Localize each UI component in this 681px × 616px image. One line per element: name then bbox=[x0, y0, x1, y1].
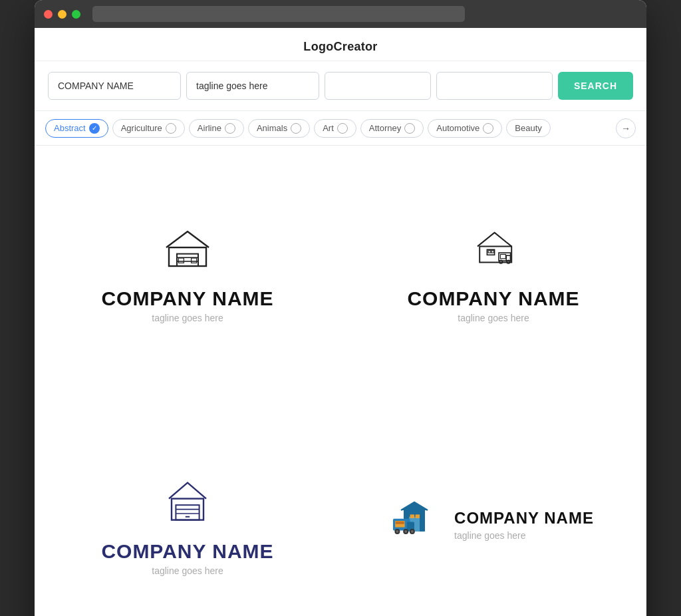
address-bar[interactable] bbox=[92, 6, 465, 22]
app-window: LogoCreator SEARCH Abstract ✓ Agricultur… bbox=[35, 0, 646, 616]
svg-point-31 bbox=[404, 530, 407, 533]
logo-grid: COMPANY NAME tagline goes here bbox=[35, 146, 646, 616]
category-label: Abstract bbox=[54, 123, 86, 133]
logo-icon-1 bbox=[161, 221, 214, 277]
category-chip-agriculture[interactable]: Agriculture bbox=[112, 119, 185, 138]
svg-rect-9 bbox=[491, 251, 494, 253]
logo-name-4: COMPANY NAME bbox=[454, 509, 594, 528]
svg-rect-22 bbox=[410, 514, 414, 518]
app-container: LogoCreator SEARCH Abstract ✓ Agricultur… bbox=[35, 28, 646, 616]
svg-rect-23 bbox=[416, 514, 420, 518]
maximize-dot[interactable] bbox=[72, 10, 80, 19]
logo-card-3[interactable]: COMPANY NAME tagline goes here bbox=[35, 398, 340, 616]
keyword-input-2[interactable] bbox=[436, 72, 553, 100]
category-label: Art bbox=[323, 123, 334, 133]
category-chip-airline[interactable]: Airline bbox=[189, 119, 244, 138]
logo-text-area-4: COMPANY NAME tagline goes here bbox=[454, 509, 594, 541]
logo-name-2: COMPANY NAME bbox=[407, 287, 579, 310]
next-categories-button[interactable]: → bbox=[616, 118, 636, 138]
svg-rect-14 bbox=[500, 254, 505, 258]
category-chip-beauty[interactable]: Beauty bbox=[506, 119, 550, 137]
svg-point-29 bbox=[396, 530, 398, 533]
category-chip-attorney[interactable]: Attorney bbox=[360, 119, 424, 138]
logo-card-2[interactable]: COMPANY NAME tagline goes here bbox=[340, 146, 646, 398]
category-chip-art[interactable]: Art bbox=[314, 119, 356, 138]
svg-rect-4 bbox=[178, 258, 184, 263]
logo-tagline-1: tagline goes here bbox=[152, 313, 223, 323]
check-outline-icon bbox=[337, 123, 348, 134]
logo-card-4[interactable]: COMPANY NAME tagline goes here bbox=[340, 398, 646, 616]
category-bar: Abstract ✓ Agriculture Airline Animals A… bbox=[35, 111, 646, 146]
app-header: LogoCreator bbox=[35, 28, 646, 61]
logo-name-1: COMPANY NAME bbox=[101, 287, 273, 310]
svg-rect-1 bbox=[177, 254, 198, 266]
check-outline-icon bbox=[225, 123, 235, 134]
close-dot[interactable] bbox=[44, 10, 53, 19]
search-bar: SEARCH bbox=[35, 61, 646, 111]
category-label: Beauty bbox=[515, 123, 541, 133]
keyword-input-1[interactable] bbox=[325, 72, 431, 100]
company-name-input[interactable] bbox=[48, 72, 181, 100]
category-label: Agriculture bbox=[121, 123, 162, 133]
svg-rect-0 bbox=[169, 247, 206, 266]
category-label: Automotive bbox=[436, 123, 479, 133]
check-outline-icon bbox=[483, 123, 493, 134]
app-title: LogoCreator bbox=[303, 40, 377, 53]
check-outline-icon bbox=[404, 123, 415, 134]
minimize-dot[interactable] bbox=[58, 10, 67, 19]
tagline-input[interactable] bbox=[186, 72, 319, 100]
svg-rect-16 bbox=[176, 505, 199, 520]
logo-tagline-2: tagline goes here bbox=[458, 313, 529, 323]
category-chip-automotive[interactable]: Automotive bbox=[428, 119, 502, 138]
check-outline-icon bbox=[166, 123, 176, 134]
logo-tagline-3: tagline goes here bbox=[152, 565, 223, 576]
svg-rect-27 bbox=[396, 522, 404, 524]
logo-card-1[interactable]: COMPANY NAME tagline goes here bbox=[35, 146, 340, 398]
logo-icon-4 bbox=[393, 494, 441, 545]
check-outline-icon bbox=[291, 123, 301, 134]
search-button[interactable]: SEARCH bbox=[558, 72, 633, 100]
logo-icon-2 bbox=[467, 221, 520, 277]
titlebar bbox=[35, 0, 646, 28]
checkmark-icon: ✓ bbox=[89, 123, 100, 134]
category-label: Airline bbox=[198, 123, 221, 133]
category-label: Animals bbox=[257, 123, 287, 133]
svg-point-33 bbox=[411, 530, 414, 533]
category-label: Attorney bbox=[369, 123, 401, 133]
category-chip-abstract[interactable]: Abstract ✓ bbox=[45, 119, 108, 138]
svg-rect-8 bbox=[488, 251, 491, 253]
logo-icon-3 bbox=[161, 474, 214, 530]
category-chip-animals[interactable]: Animals bbox=[248, 119, 310, 138]
logo-tagline-4: tagline goes here bbox=[454, 530, 594, 541]
logo-name-3: COMPANY NAME bbox=[101, 540, 273, 563]
svg-rect-5 bbox=[192, 258, 197, 263]
